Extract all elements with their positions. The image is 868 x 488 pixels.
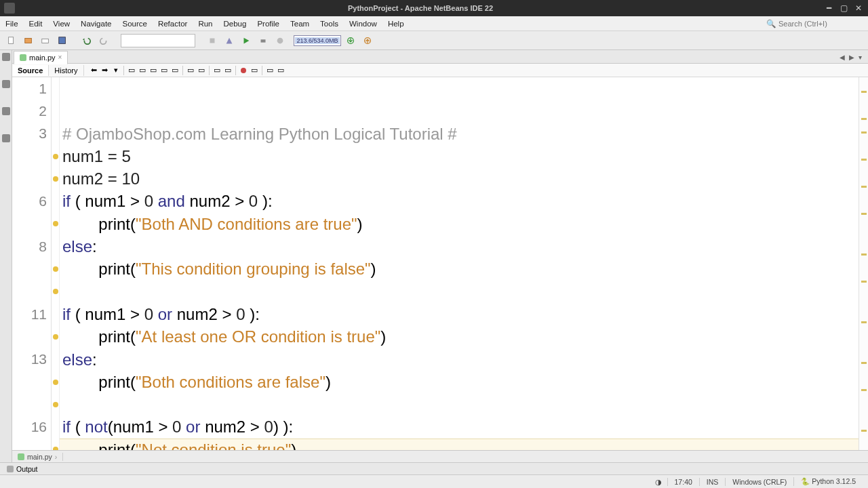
notifications-icon[interactable]: ◑ (650, 478, 667, 486)
uncomment-icon[interactable]: ▭ (276, 66, 285, 75)
menu-navigate[interactable]: Navigate (75, 20, 117, 28)
python-version[interactable]: 🐍 Python 3.12.5 (793, 477, 863, 486)
memory-indicator[interactable]: 213.6/534.0MB (294, 35, 341, 46)
output-panel-tab[interactable]: Output (0, 462, 868, 474)
find-next-icon[interactable]: ▭ (149, 66, 158, 75)
error-stripe[interactable] (859, 77, 868, 450)
breadcrumb[interactable]: main.py › (12, 453, 63, 461)
tab-row: main.py × ◀ ▶ ▾ (12, 50, 868, 64)
profile-icon[interactable] (273, 33, 288, 48)
save-all-icon[interactable] (55, 33, 70, 48)
debug-icon[interactable] (256, 33, 271, 48)
redo-icon[interactable] (96, 33, 111, 48)
hint-icon[interactable] (53, 380, 58, 385)
source-tab[interactable]: Source (12, 65, 49, 76)
macro-rec-icon[interactable] (239, 66, 248, 75)
prev-bm-icon[interactable]: ▭ (186, 66, 195, 75)
stripe-mark[interactable] (861, 321, 867, 323)
app-icon (4, 3, 15, 14)
menu-profile[interactable]: Profile (252, 20, 285, 28)
clean-build-icon[interactable] (222, 33, 237, 48)
find-prev-icon[interactable]: ▭ (138, 66, 147, 75)
hint-icon[interactable] (53, 289, 58, 294)
nav-drop-icon[interactable]: ▾ (111, 66, 121, 75)
menu-edit[interactable]: Edit (24, 20, 48, 28)
maximize-button[interactable]: ▢ (837, 1, 850, 15)
new-file-icon[interactable] (4, 33, 19, 48)
stripe-mark[interactable] (861, 118, 867, 120)
config-combo[interactable] (121, 34, 195, 47)
stripe-mark[interactable] (861, 362, 867, 364)
svg-rect-0 (9, 37, 14, 43)
find-sel-icon[interactable]: ▭ (127, 66, 136, 75)
stripe-mark[interactable] (861, 91, 867, 93)
history-tab[interactable]: History (49, 65, 83, 76)
projects-rail-icon[interactable] (2, 80, 10, 88)
menu-file[interactable]: File (0, 20, 24, 28)
hint-icon[interactable] (53, 154, 58, 159)
hint-icon[interactable] (53, 402, 58, 407)
git-push-icon[interactable] (360, 33, 375, 48)
shift-left-icon[interactable]: ▭ (212, 66, 222, 75)
build-icon[interactable] (205, 33, 220, 48)
tab-menu-icon[interactable]: ▾ (859, 54, 865, 60)
minimize-button[interactable]: ━ (822, 1, 835, 15)
python-file-icon (18, 453, 24, 460)
nav-fwd-icon[interactable]: ➡ (100, 66, 110, 75)
toggle-hl-icon[interactable]: ▭ (159, 66, 169, 75)
navigator-rail-icon[interactable] (2, 134, 10, 142)
menu-view[interactable]: View (47, 20, 75, 28)
menu-help[interactable]: Help (382, 20, 410, 28)
line-ending[interactable]: Windows (CRLF) (725, 478, 793, 486)
toggle-bm-icon[interactable]: ▭ (170, 66, 180, 75)
svg-rect-5 (261, 39, 266, 42)
tab-scroll-right-icon[interactable]: ▶ (849, 54, 856, 60)
menu-tools[interactable]: Tools (315, 20, 344, 28)
stripe-mark[interactable] (861, 213, 867, 215)
stripe-mark[interactable] (861, 159, 867, 161)
close-button[interactable]: ✕ (852, 1, 865, 15)
tab-close-icon[interactable]: × (58, 54, 62, 61)
file-tab-mainpy[interactable]: main.py × (14, 51, 68, 64)
tab-scroll-left-icon[interactable]: ◀ (840, 54, 846, 60)
menu-source[interactable]: Source (117, 20, 152, 28)
stripe-mark[interactable] (861, 186, 867, 188)
code-text[interactable]: # OjamboShop.com Learning Python Logical… (60, 77, 859, 450)
hint-icon[interactable] (53, 266, 58, 272)
stripe-mark[interactable] (861, 131, 867, 134)
output-icon (7, 466, 14, 472)
services-rail-icon[interactable] (2, 107, 10, 115)
hint-icon[interactable] (53, 221, 58, 226)
menu-team[interactable]: Team (285, 20, 315, 28)
run-icon[interactable] (239, 33, 254, 48)
next-bm-icon[interactable]: ▭ (197, 66, 206, 75)
menu-refactor[interactable]: Refactor (153, 20, 193, 28)
insert-mode[interactable]: INS (699, 478, 726, 486)
search-input[interactable] (778, 20, 860, 28)
menu-debug[interactable]: Debug (218, 20, 252, 28)
open-icon[interactable] (38, 33, 53, 48)
comment-icon[interactable]: ▭ (265, 66, 275, 75)
hint-icon[interactable] (53, 176, 58, 182)
menu-window[interactable]: Window (344, 20, 382, 28)
undo-icon[interactable] (79, 33, 94, 48)
macro-stop-icon[interactable]: ▭ (250, 66, 259, 75)
files-rail-icon[interactable] (2, 53, 10, 61)
stripe-mark[interactable] (861, 389, 867, 391)
code-area[interactable]: 1 2 3 6 8 11 13 16 (12, 77, 868, 450)
new-project-icon[interactable] (21, 33, 36, 48)
shift-right-icon[interactable]: ▭ (223, 66, 233, 75)
stripe-mark[interactable] (861, 430, 867, 432)
hint-icon[interactable] (53, 334, 58, 340)
breadcrumb-bar: main.py › (12, 450, 868, 462)
menu-run[interactable]: Run (193, 20, 218, 28)
file-tab-label: main.py (29, 54, 56, 62)
git-pull-icon[interactable] (343, 33, 358, 48)
caret-position[interactable]: 17:40 (667, 478, 699, 486)
stripe-mark[interactable] (861, 281, 867, 283)
hint-icon[interactable] (53, 447, 58, 450)
stripe-mark[interactable] (861, 253, 867, 256)
editor-toolbar: Source History ⬅ ➡ ▾ ▭ ▭ ▭ ▭ ▭ ▭ ▭ ▭ ▭ (12, 64, 868, 77)
nav-back-icon[interactable]: ⬅ (90, 66, 99, 75)
search-box[interactable]: 🔍 (766, 19, 868, 28)
